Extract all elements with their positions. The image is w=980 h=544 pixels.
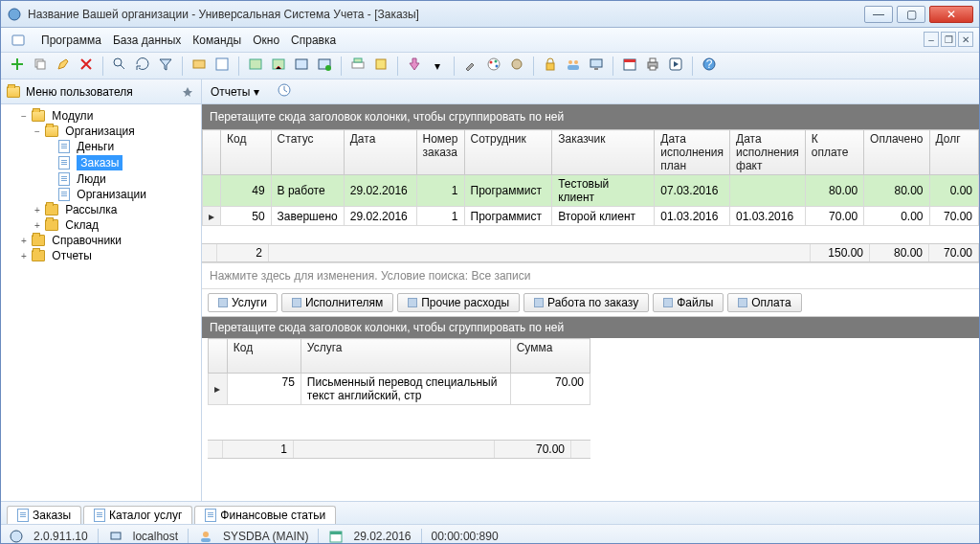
col-status[interactable]: Статус <box>271 130 344 175</box>
svg-point-21 <box>568 60 572 64</box>
group-hint-top[interactable]: Перетащите сюда заголовок колонки, чтобы… <box>202 104 979 129</box>
svg-rect-27 <box>624 59 635 62</box>
col-date[interactable]: Дата <box>344 130 416 175</box>
tree-people[interactable]: Люди <box>77 172 105 186</box>
col-plan-date[interactable]: Дата исполнения план <box>655 130 730 175</box>
t2[interactable] <box>212 54 233 78</box>
maximize-button[interactable]: ▢ <box>897 6 925 23</box>
user-icon <box>198 529 213 544</box>
bottom-tab-fin[interactable]: Финансовые статьи <box>194 506 336 524</box>
menu-commands[interactable]: Команды <box>192 34 241 47</box>
menu-window[interactable]: Окно <box>253 34 279 47</box>
delete-button[interactable] <box>76 54 97 78</box>
edit-button[interactable] <box>53 54 74 78</box>
services-grid[interactable]: Код Услуга Сумма ▸ 75 Письменный перевод… <box>208 338 590 405</box>
col2-service[interactable]: Услуга <box>301 339 510 374</box>
lock-icon[interactable] <box>540 54 561 78</box>
computer-icon[interactable] <box>586 54 607 78</box>
tree-orgs[interactable]: Организации <box>77 188 146 201</box>
add-button[interactable] <box>7 54 28 78</box>
mdi-close[interactable]: ✕ <box>958 32 973 47</box>
tab-performers[interactable]: Исполнителям <box>281 293 393 312</box>
t10[interactable]: ▾ <box>427 56 448 77</box>
tab-services[interactable]: Услуги <box>208 293 278 312</box>
col-order-no[interactable]: Номер заказа <box>416 130 464 175</box>
tree-modules[interactable]: Модули <box>52 109 93 123</box>
window-title: Название Вашей организации - Универсальн… <box>28 8 864 21</box>
document-tabs: Заказы Каталог услуг Финансовые статьи <box>1 501 979 524</box>
col-code[interactable]: Код <box>221 130 272 175</box>
services-summary: 1 70.00 <box>208 440 590 459</box>
folder-icon <box>45 204 58 215</box>
t1[interactable] <box>189 54 210 78</box>
users-icon[interactable] <box>563 54 584 78</box>
tree-orders[interactable]: Заказы <box>77 155 122 170</box>
tree-directories[interactable]: Справочники <box>52 234 122 247</box>
svg-rect-24 <box>590 59 602 67</box>
col-employee[interactable]: Сотрудник <box>464 130 552 175</box>
minimize-button[interactable]: — <box>864 6 893 23</box>
palette-icon[interactable] <box>483 54 504 78</box>
t6[interactable] <box>314 54 335 78</box>
close-button[interactable]: ✕ <box>929 6 973 23</box>
folder-icon <box>45 125 58 137</box>
status-time: 00:00:00:890 <box>432 530 499 543</box>
tab-payment[interactable]: Оплата <box>727 293 801 312</box>
tree-mailing[interactable]: Рассылка <box>65 203 117 216</box>
folder-icon <box>32 250 45 261</box>
bottom-tab-orders[interactable]: Заказы <box>7 506 81 524</box>
menu-program[interactable]: Программа <box>41 34 101 47</box>
reports-bar: Отчеты ▾ <box>202 79 979 104</box>
svg-rect-14 <box>376 59 386 69</box>
print-icon[interactable] <box>642 54 663 78</box>
app-icon <box>7 7 22 22</box>
col-debt[interactable]: Долг <box>929 130 978 175</box>
search-condition[interactable]: Нажмите здесь для изменения. Условие пои… <box>202 262 979 289</box>
t4[interactable] <box>268 54 289 78</box>
tree-money[interactable]: Деньги <box>77 140 114 153</box>
help-icon[interactable]: ? <box>699 54 720 78</box>
t3[interactable] <box>245 54 266 78</box>
filter-refresh-button[interactable] <box>132 54 153 78</box>
t9[interactable] <box>404 54 425 78</box>
svg-rect-6 <box>216 58 228 70</box>
t5[interactable] <box>291 54 312 78</box>
t7[interactable] <box>347 54 368 78</box>
clock-refresh-icon[interactable] <box>274 79 295 103</box>
col-customer[interactable]: Заказчик <box>552 130 655 175</box>
col2-code[interactable]: Код <box>227 339 301 374</box>
mdi-restore[interactable]: ❐ <box>941 32 956 47</box>
t8[interactable] <box>370 54 391 78</box>
tab-files[interactable]: Файлы <box>653 293 724 312</box>
calendar-icon[interactable] <box>619 54 640 78</box>
svg-rect-13 <box>354 58 362 62</box>
mdi-minimize[interactable]: – <box>924 32 939 47</box>
user-menu-label: Меню пользователя <box>26 85 133 99</box>
menu-database[interactable]: База данных <box>113 34 181 47</box>
col-to-pay[interactable]: К оплате <box>805 130 863 175</box>
tree-reports[interactable]: Отчеты <box>52 249 91 262</box>
reports-dropdown[interactable]: Отчеты ▾ <box>208 82 262 102</box>
table-row[interactable]: 49 В работе 29.02.2016 1 Программист Тес… <box>203 175 979 207</box>
t11[interactable] <box>506 54 527 78</box>
table-row[interactable]: ▸ 75 Письменный перевод специальный текс… <box>209 374 590 405</box>
tree-warehouse[interactable]: Склад <box>65 218 99 232</box>
pin-icon[interactable] <box>180 84 195 100</box>
play-icon[interactable] <box>665 54 686 78</box>
search-button[interactable] <box>109 54 130 78</box>
col-fact-date[interactable]: Дата исполнения факт <box>730 130 806 175</box>
bottom-tab-catalog[interactable]: Каталог услуг <box>83 506 192 524</box>
group-hint-detail[interactable]: Перетащите сюда заголовок колонки, чтобы… <box>202 317 979 338</box>
table-row[interactable]: ▸ 50 Завершено 29.02.2016 1 Программист … <box>203 207 979 226</box>
menu-help[interactable]: Справка <box>291 34 336 47</box>
col-paid[interactable]: Оплачено <box>864 130 929 175</box>
tree-organization[interactable]: Организация <box>65 125 134 138</box>
col2-sum[interactable]: Сумма <box>510 339 590 374</box>
copy-button[interactable] <box>30 54 51 78</box>
filter-button[interactable] <box>155 54 176 78</box>
tools-icon[interactable] <box>460 54 481 78</box>
orders-grid[interactable]: Код Статус Дата Номер заказа Сотрудник З… <box>202 129 979 226</box>
tab-expenses[interactable]: Прочие расходы <box>397 293 520 312</box>
navigation-tree[interactable]: − Модули − Организация Деньги Заказы Люд… <box>1 104 202 501</box>
tab-work[interactable]: Работа по заказу <box>523 293 649 312</box>
